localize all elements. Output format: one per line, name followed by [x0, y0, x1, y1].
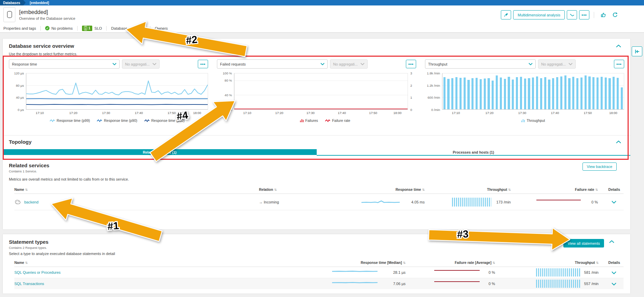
sort-icon[interactable]: ⇅	[25, 261, 28, 265]
backtrace-button[interactable]	[567, 10, 577, 19]
x-axis: 17:1017:2017:3017:4017:5018:00	[442, 111, 624, 115]
sort-icon[interactable]: ⇅	[596, 261, 599, 265]
throughput-bar	[496, 75, 498, 109]
y-axis-label: 100 %	[223, 71, 232, 75]
x-axis-label: 17:50	[584, 111, 592, 115]
throughput-bar	[484, 79, 486, 109]
failed_requests-lines	[234, 73, 408, 109]
response-time-sparkline	[332, 281, 378, 286]
response-time-sparkline	[332, 270, 378, 275]
selector-row: Throughput No aggregati... •••	[425, 59, 624, 69]
row-details-button[interactable]	[609, 199, 619, 204]
throughput-bar	[552, 78, 554, 109]
statement-types-collapse-button[interactable]	[607, 239, 617, 244]
throughput-bar	[471, 78, 474, 109]
row-details-button[interactable]	[609, 281, 619, 286]
relation-value: → Incoming	[259, 200, 341, 204]
y-axis-label: 40 µs	[16, 96, 24, 99]
throughput-bar	[621, 87, 623, 109]
throughput-bar	[488, 78, 490, 109]
collapse-panel-button[interactable]	[632, 46, 642, 56]
throughput-bar	[516, 77, 518, 110]
aggregation-dropdown[interactable]: No aggregati...	[330, 59, 368, 69]
throughput-bar	[576, 78, 578, 109]
throughput-bar	[588, 76, 590, 109]
tab-database-availability[interactable]: Database availability	[111, 26, 146, 30]
metric-dropdown-throughput[interactable]: Throughput	[425, 59, 536, 69]
x-axis-label: 18:00	[394, 111, 402, 115]
related-services-header: Related services Contains 1 Service. Vie…	[3, 156, 630, 173]
chart-plot	[442, 73, 624, 110]
throughput-bar	[544, 77, 546, 109]
y-axis-right: 3210	[408, 73, 416, 110]
y-axis-label: 40 %	[224, 93, 232, 97]
chevron-down-icon	[612, 283, 616, 285]
throughput-bar	[476, 78, 478, 109]
breadcrumb-current: [embedded]	[30, 1, 49, 5]
view-backtrace-button[interactable]: View backtrace	[583, 162, 617, 171]
Response time (p99)	[26, 81, 208, 95]
throughput-bar	[451, 78, 453, 109]
related-services-title: Related services	[9, 162, 583, 168]
page-title: [embedded]	[19, 9, 75, 15]
chevron-up-icon	[616, 141, 621, 143]
failure-rate-value: 0 %	[591, 200, 598, 204]
breadcrumb-databases[interactable]: Databases	[0, 0, 26, 5]
throughput-bar	[608, 78, 611, 109]
tab-processes-and-hosts[interactable]: Processes and hosts (1)	[317, 149, 631, 156]
response-time-cell: 7.06 µs	[332, 281, 406, 286]
sql-queries-link[interactable]: SQL Queries or Procedures	[14, 270, 60, 274]
topology-title: Topology	[9, 139, 614, 145]
sort-icon[interactable]: ⇅	[274, 188, 277, 192]
aggregation-dropdown[interactable]: No aggregati...	[122, 59, 160, 69]
view-all-statements-button[interactable]: View all statements	[563, 239, 604, 248]
sort-icon[interactable]: ⇅	[595, 188, 598, 192]
tab-properties-and-tags[interactable]: Properties and tags	[3, 26, 36, 30]
sql-transactions-link[interactable]: SQL Transactions	[14, 282, 44, 286]
throughput-bar	[540, 78, 542, 109]
overview-collapse-button[interactable]	[614, 43, 624, 48]
tab-owners[interactable]: Owners	[155, 26, 168, 30]
chart-plot	[26, 73, 208, 110]
legend-bars-icon	[300, 119, 304, 122]
tab-related-services[interactable]: Related services (1)	[3, 149, 317, 155]
tab-problems[interactable]: ✓ No problems	[45, 26, 72, 30]
throughput-bar	[443, 77, 446, 109]
metric-dropdown-response-time[interactable]: Response time	[9, 59, 120, 69]
header-more-button[interactable]: •••	[579, 10, 589, 19]
failure-rate-value: 0 %	[489, 282, 495, 286]
metric-dropdown-failed-requests[interactable]: Failed requests	[217, 59, 328, 69]
sort-icon[interactable]: ⇅	[508, 188, 511, 192]
service-icon	[14, 199, 21, 205]
backtrace-icon	[570, 13, 575, 17]
throughput-bar	[597, 77, 599, 109]
throughput-bar	[548, 80, 550, 109]
y-axis-label: 80 %	[224, 79, 232, 82]
multidimensional-analysis-button[interactable]: Multidimensional analysis	[513, 10, 565, 19]
sort-icon[interactable]: ⇅	[25, 188, 28, 192]
row-details-button[interactable]	[609, 270, 619, 275]
legend-line-icon	[144, 119, 150, 122]
throughput-bar	[605, 77, 607, 109]
aggregation-dropdown[interactable]: No aggregati...	[538, 59, 576, 69]
chart-more-button[interactable]: •••	[406, 60, 416, 68]
y-axis-label: 0 µs	[18, 108, 24, 112]
response-time-value: 4.05 ms	[411, 200, 425, 204]
refresh-button[interactable]	[610, 10, 620, 19]
chevron-up-icon	[609, 240, 614, 243]
feedback-button[interactable]	[599, 10, 608, 19]
sort-icon[interactable]: ⇅	[492, 261, 495, 265]
backend-service-link[interactable]: backend	[24, 200, 39, 204]
y-axis-label: 0 /min	[431, 108, 440, 112]
pin-button[interactable]	[501, 10, 511, 19]
sort-icon[interactable]: ⇅	[403, 261, 406, 265]
topology-collapse-button[interactable]	[614, 139, 624, 144]
response-time-value: 28.1 µs	[393, 270, 406, 274]
sort-icon[interactable]: ⇅	[422, 188, 425, 192]
topology-section-header: Topology	[3, 136, 630, 145]
breadcrumb: Databases [embedded]	[0, 0, 644, 5]
chart-more-button[interactable]: •••	[614, 60, 624, 68]
chart-more-button[interactable]: •••	[198, 60, 208, 68]
tab-slo[interactable]: 1 SLO	[82, 26, 102, 31]
throughput-bar	[492, 81, 494, 109]
